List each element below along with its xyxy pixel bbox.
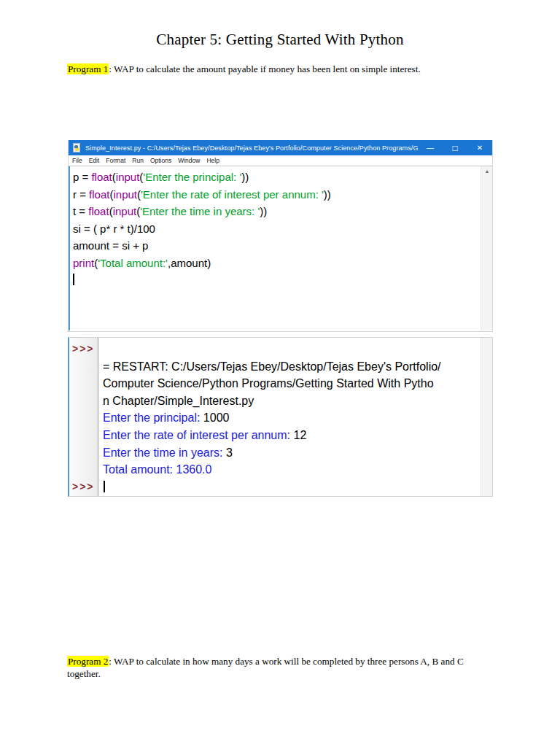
shell-prompt-row-empty — [69, 392, 98, 410]
text-line: Total amount: 1360.0 — [103, 461, 492, 479]
program2-label: Program 2 — [67, 656, 109, 667]
idle-shell-window: >>>>>> = RESTART: C:/Users/Tejas Ebey/De… — [68, 337, 493, 497]
menu-options[interactable]: Options — [150, 157, 171, 164]
text-line: Enter the time in years: 3 — [103, 444, 492, 462]
shell-output-lines: = RESTART: C:/Users/Tejas Ebey/Desktop/T… — [98, 338, 492, 479]
program1-text: : WAP to calculate the amount payable if… — [109, 63, 420, 74]
menu-run[interactable]: Run — [132, 157, 144, 164]
editor-titlebar[interactable]: Simple_Interest.py - C:/Users/Tejas Ebey… — [69, 140, 492, 155]
shell-text-area[interactable]: = RESTART: C:/Users/Tejas Ebey/Desktop/T… — [98, 338, 492, 496]
text-line: r = float(input('Enter the rate of inter… — [73, 186, 492, 204]
program1-label: Program 1 — [67, 63, 109, 74]
shell-prompt-row-empty — [69, 427, 98, 444]
page-title: Chapter 5: Getting Started With Python — [0, 31, 560, 49]
text-line: n Chapter/Simple_Interest.py — [103, 392, 492, 410]
text-line: p = float(input('Enter the principal: ')… — [73, 169, 492, 186]
shell-prompt-row-empty — [69, 461, 98, 479]
menu-edit[interactable]: Edit — [89, 157, 100, 164]
shell-prompt: >>> — [69, 341, 98, 358]
close-button[interactable]: ✕ — [467, 140, 492, 155]
program2-text: : WAP to calculate in how many days a wo… — [67, 656, 464, 679]
menu-bar: FileEditFormatRunOptionsWindowHelp — [69, 155, 492, 166]
text-line: Enter the principal: 1000 — [103, 409, 492, 427]
shell-prompt-row-empty — [69, 409, 98, 427]
text-line: t = float(input('Enter the time in years… — [73, 203, 492, 220]
scroll-up-icon[interactable]: ▲ — [481, 168, 493, 175]
code-editor-area[interactable]: p = float(input('Enter the principal: ')… — [69, 166, 492, 330]
shell-scrollbar[interactable] — [481, 338, 492, 496]
program1-paragraph: Program 1: WAP to calculate the amount p… — [67, 63, 461, 76]
menu-window[interactable]: Window — [178, 157, 200, 164]
menu-format[interactable]: Format — [106, 157, 125, 164]
python-file-icon — [72, 143, 82, 152]
text-line: Computer Science/Python Programs/Getting… — [103, 375, 492, 392]
text-line — [103, 341, 492, 358]
text-line: amount = si + p — [73, 237, 492, 255]
maximize-button[interactable]: □ — [443, 140, 467, 155]
program2-paragraph: Program 2: WAP to calculate in how many … — [67, 656, 489, 680]
text-line: = RESTART: C:/Users/Tejas Ebey/Desktop/T… — [103, 358, 492, 376]
shell-prompt-row-empty — [69, 444, 98, 462]
text-line: print('Total amount:',amount) — [73, 255, 492, 272]
shell-prompt-row-empty — [69, 358, 98, 376]
shell-prompt: >>> — [69, 479, 98, 496]
menu-file[interactable]: File — [72, 157, 82, 164]
shell-prompt-row-empty — [69, 375, 98, 392]
editor-scrollbar[interactable]: ▲ — [481, 166, 492, 330]
minimize-button[interactable]: — — [418, 140, 443, 155]
menu-help[interactable]: Help — [206, 157, 219, 164]
shell-prompt-sidebar: >>>>>> — [69, 338, 98, 496]
text-line: Enter the rate of interest per annum: 12 — [103, 427, 492, 444]
text-line: si = ( p* r * t)/100 — [73, 220, 492, 238]
window-title: Simple_Interest.py - C:/Users/Tejas Ebey… — [85, 144, 418, 152]
document-page: Chapter 5: Getting Started With Python P… — [0, 0, 560, 747]
text-cursor — [73, 274, 74, 285]
idle-editor-window: Simple_Interest.py - C:/Users/Tejas Ebey… — [68, 140, 493, 332]
code-lines: p = float(input('Enter the principal: ')… — [70, 166, 492, 271]
shell-text-cursor — [104, 481, 105, 492]
